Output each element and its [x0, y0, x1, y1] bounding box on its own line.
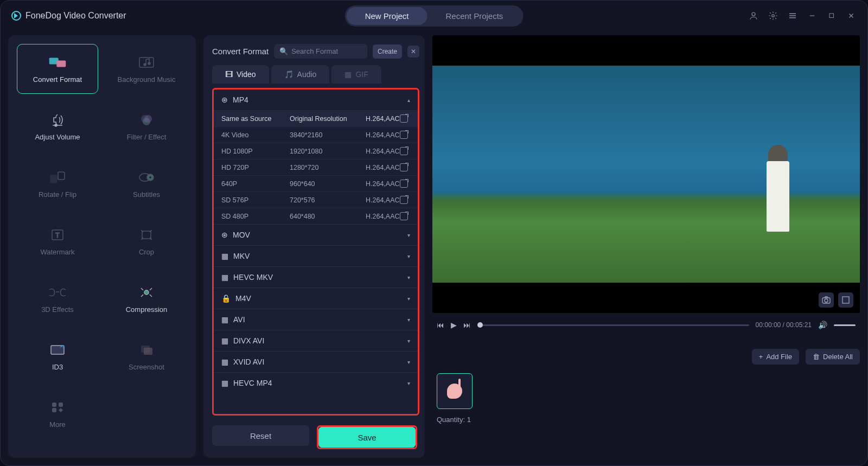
id3-icon: [48, 342, 67, 358]
film-icon: 🔒: [221, 294, 231, 303]
svg-rect-13: [58, 172, 65, 180]
account-icon[interactable]: [748, 10, 759, 21]
edit-icon[interactable]: [400, 114, 408, 123]
preview-area: ⏮ ▶ ⏭ 00:00:00 / 00:05:21 🔊 +Add File 🗑D…: [432, 35, 860, 458]
type-tab-gif[interactable]: ▦GIF: [331, 65, 381, 84]
menu-icon[interactable]: [787, 10, 798, 21]
svg-rect-25: [52, 408, 56, 412]
next-button[interactable]: ⏭: [463, 321, 471, 329]
format-row[interactable]: 4K Video3840*2160H.264,AAC: [214, 126, 418, 143]
volume-icon[interactable]: 🔊: [818, 321, 827, 329]
fullscreen-button[interactable]: [838, 292, 853, 308]
volume-slider[interactable]: [834, 324, 856, 326]
tool-label: Watermark: [40, 248, 74, 256]
svg-rect-28: [843, 297, 849, 303]
format-row[interactable]: 640P960*640H.264,AAC: [214, 175, 418, 191]
maximize-icon[interactable]: [826, 10, 837, 21]
edit-icon[interactable]: [400, 212, 408, 220]
reset-button[interactable]: Reset: [212, 425, 309, 446]
gif-file-icon: ▦: [344, 70, 352, 79]
tool-crop[interactable]: Crop: [106, 216, 187, 266]
format-row[interactable]: HD 720P1280*720H.264,AAC: [214, 159, 418, 175]
gear-icon[interactable]: [768, 10, 778, 21]
panel-title: Convert Format: [212, 47, 269, 56]
edit-icon[interactable]: [400, 196, 408, 204]
search-placeholder: Search Format: [291, 47, 338, 55]
format-row[interactable]: HD 1080P1920*1080H.264,AAC: [214, 143, 418, 159]
tool-label: Screenshot: [129, 363, 164, 371]
plus-icon: +: [759, 353, 763, 361]
snapshot-button[interactable]: [819, 292, 834, 308]
tool-screenshot[interactable]: Screenshot: [106, 331, 187, 381]
edit-icon[interactable]: [400, 180, 408, 188]
format-group-hevc-mp4[interactable]: ▦HEVC MP4▾: [214, 372, 418, 393]
prev-button[interactable]: ⏮: [437, 321, 444, 329]
watermark-icon: T: [48, 227, 67, 242]
format-row[interactable]: SD 576P720*576H.264,AAC: [214, 191, 418, 208]
chevron-down-icon: ▾: [407, 275, 410, 280]
format-group-mp4[interactable]: ⊛ MP4 ▴: [214, 90, 418, 110]
create-button[interactable]: Create: [373, 44, 402, 59]
close-panel-button[interactable]: ✕: [407, 46, 419, 58]
time-display: 00:00:00 / 00:05:21: [756, 321, 812, 329]
video-preview[interactable]: [432, 35, 860, 313]
svg-point-0: [752, 12, 755, 16]
svg-rect-4: [56, 60, 66, 67]
tool-label: ID3: [52, 363, 63, 371]
film-icon: ▦: [221, 379, 228, 387]
tool-label: Crop: [139, 248, 154, 256]
film-icon: ▦: [221, 336, 228, 345]
compression-icon: [137, 285, 156, 300]
film-icon: ▦: [221, 315, 228, 324]
chevron-down-icon: ▾: [407, 359, 410, 365]
rotate-icon: [48, 170, 67, 185]
format-group-divx[interactable]: ▦DIVX AVI▾: [214, 330, 418, 351]
tool-id3[interactable]: ID3: [17, 331, 98, 381]
tool-convert-format[interactable]: Convert Format: [17, 44, 98, 94]
tool-subtitles[interactable]: Subtitles: [106, 159, 187, 209]
minimize-icon[interactable]: [807, 10, 818, 21]
edit-icon[interactable]: [400, 147, 408, 155]
svg-rect-18: [142, 231, 151, 239]
save-button[interactable]: Save: [318, 427, 416, 448]
tool-watermark[interactable]: T Watermark: [17, 216, 98, 266]
tool-label: Background Music: [118, 75, 176, 84]
format-group-hevc-mkv[interactable]: ▦HEVC MKV▾: [214, 266, 418, 288]
tab-recent-projects[interactable]: Recent Projects: [427, 7, 521, 25]
chevron-up-icon: ▴: [407, 97, 410, 103]
film-icon: ▦: [221, 358, 228, 366]
edit-icon[interactable]: [400, 163, 408, 171]
tool-compression[interactable]: Compression: [106, 274, 187, 324]
tool-more[interactable]: More: [17, 389, 98, 439]
tab-new-project[interactable]: New Project: [347, 7, 427, 25]
seek-slider[interactable]: [477, 324, 749, 326]
close-icon[interactable]: [846, 10, 857, 21]
format-group-mov[interactable]: ⊛MOV▾: [214, 224, 418, 245]
tool-rotate-flip[interactable]: Rotate / Flip: [17, 159, 98, 209]
format-row-header[interactable]: Same as Source Original Resolution H.264…: [214, 110, 418, 126]
type-tab-audio[interactable]: 🎵Audio: [271, 65, 330, 84]
tool-background-music[interactable]: Background Music: [106, 44, 187, 94]
lighthouse-graphic: [767, 161, 789, 232]
type-tab-video[interactable]: 🎞Video: [212, 65, 269, 84]
add-file-button[interactable]: +Add File: [752, 349, 799, 365]
chevron-down-icon: ▾: [407, 338, 410, 344]
edit-icon[interactable]: [400, 131, 408, 139]
format-group-mkv[interactable]: ▦MKV▾: [214, 245, 418, 266]
format-group-xvid[interactable]: ▦XVID AVI▾: [214, 351, 418, 372]
tool-3d-effects[interactable]: 3D Effects: [17, 274, 98, 324]
format-group-m4v[interactable]: 🔒M4V▾: [214, 288, 418, 309]
tool-label: 3D Effects: [41, 305, 74, 314]
tool-adjust-volume[interactable]: Adjust Volume: [17, 101, 98, 151]
delete-all-button[interactable]: 🗑Delete All: [806, 349, 860, 365]
file-thumbnail[interactable]: [437, 373, 473, 409]
format-row[interactable]: SD 480P640*480H.264,AAC: [214, 208, 418, 224]
chevron-down-icon: ▾: [407, 253, 410, 259]
tools-sidebar: Convert Format Background Music Adjust V…: [8, 35, 196, 458]
tool-filter-effect[interactable]: Filter / Effect: [106, 101, 187, 151]
search-format-input[interactable]: 🔍 Search Format: [274, 44, 367, 59]
play-button[interactable]: ▶: [451, 321, 457, 329]
format-group-avi[interactable]: ▦AVI▾: [214, 309, 418, 330]
svg-rect-24: [59, 403, 63, 407]
svg-point-11: [143, 118, 150, 125]
